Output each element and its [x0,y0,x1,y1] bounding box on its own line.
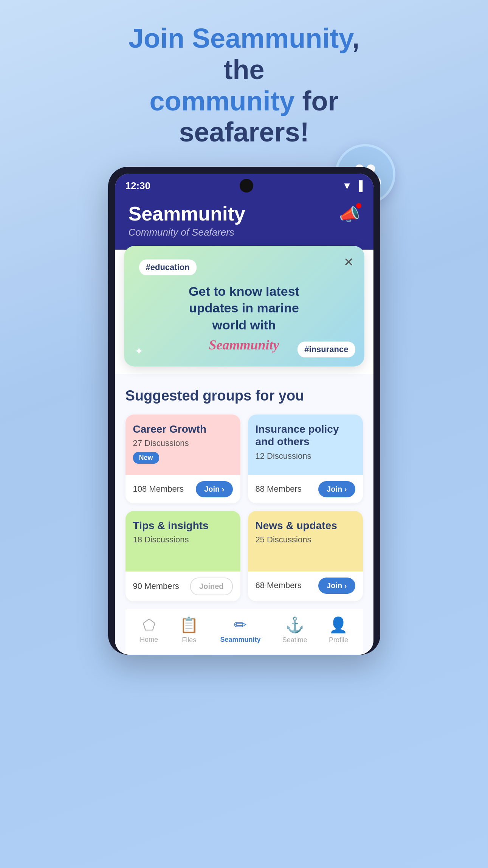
insurance-tag[interactable]: #insurance [297,342,355,357]
joined-button-tips[interactable]: Joined [190,578,232,595]
app-title: Seammunity [129,202,245,225]
bottom-nav: ⬠ Home 📋 Files ✏ Seammunity ⚓ Seatime [125,609,363,655]
home-icon: ⬠ [143,616,156,634]
camera-notch [240,179,253,193]
join-button-career-growth[interactable]: Join › [196,481,232,497]
phone-container: 12:30 ▼ ▐ Seammunity Community of Seafar… [108,167,380,655]
signal-icon: ▐ [356,180,363,192]
nav-label-files: Files [182,636,196,644]
group-badge-new: New [133,452,159,464]
close-button[interactable]: ✕ [344,255,354,269]
group-members-insurance: 88 Members [256,484,302,494]
group-card-bottom-career-growth: 108 Members Join › [125,475,240,503]
education-tag[interactable]: #education [139,259,197,275]
group-discussions-insurance: 12 Discussions [256,451,355,461]
group-members-career-growth: 108 Members [133,484,184,494]
promo-text: Get to know latest updates in marine wor… [139,283,349,333]
main-content: Suggested groups for you Career Growth 2… [115,374,373,655]
notification-button[interactable]: 📣 [339,205,360,224]
group-card-top-news: News & updates 25 Discussions [248,511,363,571]
group-card-top-career-growth: Career Growth 27 Discussions New [125,415,240,475]
group-card-career-growth: Career Growth 27 Discussions New 108 Mem… [125,415,240,503]
group-card-top-insurance: Insurance policy and others 12 Discussio… [248,415,363,475]
status-icons: ▼ ▐ [342,180,363,192]
time-display: 12:30 [125,180,151,192]
nav-item-seammunity[interactable]: ✏ Seammunity [220,616,260,644]
group-name-career-growth: Career Growth [133,423,233,436]
group-name-insurance: Insurance policy and others [256,423,355,448]
group-card-news: News & updates 25 Discussions 68 Members… [248,511,363,601]
files-icon: 📋 [180,616,198,634]
star-decoration: ✦ [135,345,143,357]
nav-item-seatime[interactable]: ⚓ Seatime [282,616,307,644]
group-discussions-tips: 18 Discussions [133,535,233,545]
nav-label-seammunity: Seammunity [220,636,260,644]
section-title: Suggested groups for you [125,388,363,404]
nav-item-profile[interactable]: 👤 Profile [329,616,348,644]
nav-label-home: Home [140,636,158,644]
profile-icon: 👤 [329,616,348,634]
phone-frame: 12:30 ▼ ▐ Seammunity Community of Seafar… [108,167,380,655]
nav-item-home[interactable]: ⬠ Home [140,616,158,644]
app-title-block: Seammunity Community of Seafarers [129,202,245,238]
nav-label-seatime: Seatime [282,636,307,644]
app-header: Seammunity Community of Seafarers 📣 [115,196,373,250]
notification-dot [356,203,361,208]
group-card-bottom-insurance: 88 Members Join › [248,475,363,503]
seatime-icon: ⚓ [285,616,304,634]
promo-card: #education ✕ Get to know latest updates … [124,246,364,366]
group-card-bottom-tips: 90 Members Joined [125,571,240,601]
wifi-icon: ▼ [342,180,352,192]
status-bar: 12:30 ▼ ▐ [115,174,373,196]
groups-grid: Career Growth 27 Discussions New 108 Mem… [125,415,363,601]
app-subtitle: Community of Seafarers [129,227,245,238]
group-name-tips: Tips & insights [133,519,233,532]
group-discussions-news: 25 Discussions [256,535,355,545]
hero-title: Join Seammunity, the community for seafa… [112,23,376,148]
phone-inner: 12:30 ▼ ▐ Seammunity Community of Seafar… [115,174,373,655]
seammunity-icon: ✏ [234,616,247,634]
group-card-tips: Tips & insights 18 Discussions 90 Member… [125,511,240,601]
join-button-news[interactable]: Join › [318,578,355,594]
group-card-bottom-news: 68 Members Join › [248,571,363,600]
group-name-news: News & updates [256,519,355,532]
group-members-news: 68 Members [256,581,302,590]
join-button-insurance[interactable]: Join › [318,481,355,497]
group-card-insurance: Insurance policy and others 12 Discussio… [248,415,363,503]
group-card-top-tips: Tips & insights 18 Discussions [125,511,240,571]
nav-item-files[interactable]: 📋 Files [180,616,198,644]
group-discussions-career-growth: 27 Discussions [133,438,233,448]
group-members-tips: 90 Members [133,581,179,591]
nav-label-profile: Profile [329,636,348,644]
